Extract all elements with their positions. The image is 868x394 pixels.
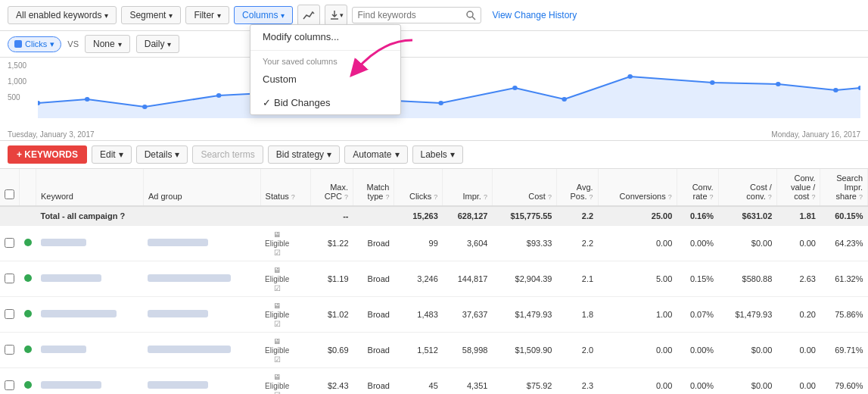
status-cell: 🖥 Eligible ☑ xyxy=(265,230,289,257)
metric-pill-clicks[interactable]: Clicks ▾ xyxy=(8,36,61,52)
bid-strategy-btn[interactable]: Bid strategy ▾ xyxy=(268,145,340,164)
download-btn[interactable]: ▾ xyxy=(325,5,347,26)
th-conv-rate: Conv.rate ? xyxy=(677,169,718,206)
th-match-type: Matchtype ? xyxy=(353,169,394,206)
top-toolbar: All enabled keywords ▾ Segment ▾ Filter … xyxy=(0,0,868,31)
modify-columns-item[interactable]: Modify columns... xyxy=(250,25,400,48)
custom-item[interactable]: Custom xyxy=(250,67,400,91)
adgroup-blurred xyxy=(148,239,208,246)
cost: $1,509.90 xyxy=(492,333,556,368)
segment-filter[interactable]: Segment ▾ xyxy=(121,6,181,24)
cost: $2,904.39 xyxy=(492,261,556,297)
status-dot xyxy=(24,346,32,353)
th-select-all[interactable] xyxy=(0,169,20,206)
period-btn[interactable]: Daily ▾ xyxy=(136,35,180,53)
conv-rate: 0.00% xyxy=(677,368,718,395)
columns-btn[interactable]: Columns ▾ xyxy=(234,6,293,24)
dropdown-separator-1 xyxy=(250,50,400,51)
check-icon: ☑ xyxy=(274,320,281,328)
status-dot xyxy=(24,310,32,317)
avg-pos: 2.1 xyxy=(556,261,598,297)
svg-point-10 xyxy=(512,86,518,90)
search-share: 69.71% xyxy=(820,333,868,368)
total-label: Total - all campaign ? xyxy=(36,206,261,226)
search-share: 75.86% xyxy=(820,297,868,333)
svg-point-6 xyxy=(216,93,222,98)
max-cpc: $1.22 xyxy=(310,226,353,261)
monitor-icon: 🖥 xyxy=(273,337,281,346)
table-row: 🖥 Eligible ☑ $1.19 Broad 3,246 144,817 $… xyxy=(0,261,868,297)
details-btn[interactable]: Details ▾ xyxy=(136,145,188,164)
status-dot xyxy=(24,274,32,282)
filter-btn[interactable]: Filter ▾ xyxy=(185,6,229,24)
cost: $1,479.93 xyxy=(492,297,556,333)
all-keywords-filter[interactable]: All enabled keywords ▾ xyxy=(8,6,117,24)
th-conversions: Conversions ? xyxy=(598,169,677,206)
total-conversions: 25.00 xyxy=(598,206,677,226)
total-conv-value: 1.81 xyxy=(776,206,820,226)
eligible-label: Eligible xyxy=(265,346,289,355)
metric-color-swatch xyxy=(14,40,22,48)
avg-pos: 2.2 xyxy=(556,226,598,261)
keyword-blurred xyxy=(41,239,86,246)
cost-conv: $580.88 xyxy=(718,261,776,297)
impr: 37,637 xyxy=(443,297,493,333)
impr: 58,998 xyxy=(443,333,493,368)
status-cell: 🖥 Eligible ☑ xyxy=(265,373,289,394)
eligible-label: Eligible xyxy=(265,382,289,390)
bid-changes-item[interactable]: Bid Changes xyxy=(250,91,400,114)
total-max-cpc: -- xyxy=(310,206,353,226)
cost: $93.33 xyxy=(492,226,556,261)
max-cpc: $1.19 xyxy=(310,261,353,297)
line-chart-svg xyxy=(38,61,860,118)
search-share: 61.32% xyxy=(820,261,868,297)
avg-pos: 1.8 xyxy=(556,297,598,333)
keywords-button[interactable]: + KEYWORDS xyxy=(8,145,87,164)
compare-metric-btn[interactable]: None ▾ xyxy=(85,35,130,53)
labels-btn[interactable]: Labels ▾ xyxy=(412,145,463,164)
status-cell: 🖥 Eligible ☑ xyxy=(265,302,289,328)
svg-point-13 xyxy=(710,80,715,85)
search-share: 79.60% xyxy=(820,368,868,395)
check-icon: ☑ xyxy=(274,284,281,292)
keyword-blurred xyxy=(41,346,86,353)
monitor-icon: 🖥 xyxy=(273,266,281,274)
avg-pos: 2.0 xyxy=(556,333,598,368)
match-type: Broad xyxy=(353,297,394,333)
match-type: Broad xyxy=(353,333,394,368)
match-type: Broad xyxy=(353,226,394,261)
max-cpc: $2.43 xyxy=(310,368,353,395)
conv-value: 0.20 xyxy=(776,297,820,333)
chart-area: 1,500 1,000 500 Tuesday, Janu xyxy=(0,58,868,141)
chart-icon-btn[interactable] xyxy=(297,5,320,26)
eligible-label: Eligible xyxy=(265,311,289,319)
y-axis-labels: 1,500 1,000 500 xyxy=(8,61,26,102)
svg-point-12 xyxy=(627,74,633,79)
chart-x-labels: Tuesday, January 3, 2017 Monday, January… xyxy=(0,130,868,139)
avg-pos: 2.3 xyxy=(556,368,598,395)
check-icon: ☑ xyxy=(274,355,281,364)
search-input[interactable] xyxy=(357,10,463,20)
th-dot xyxy=(20,169,36,206)
svg-point-11 xyxy=(562,97,567,102)
columns-dropdown: Modify columns... Your saved columns Cus… xyxy=(250,24,401,115)
svg-point-14 xyxy=(776,82,781,86)
table-row: 🖥 Eligible ☑ $0.69 Broad 1,512 58,998 $1… xyxy=(0,333,868,368)
impr: 4,351 xyxy=(443,368,493,395)
automate-btn[interactable]: Automate ▾ xyxy=(344,145,407,164)
action-toolbar: + KEYWORDS Edit ▾ Details ▾ Search terms… xyxy=(0,141,868,169)
conv-value: 0.00 xyxy=(776,368,820,395)
monitor-icon: 🖥 xyxy=(273,230,281,239)
clicks: 45 xyxy=(394,368,443,395)
conv-rate: 0.07% xyxy=(677,297,718,333)
clicks: 1,483 xyxy=(394,297,443,333)
view-history-link[interactable]: View Change History xyxy=(492,10,577,20)
status-dot xyxy=(24,381,32,389)
edit-btn[interactable]: Edit ▾ xyxy=(92,145,132,164)
svg-point-9 xyxy=(438,101,443,105)
dropdown-arrow: ▾ xyxy=(104,11,108,20)
th-cost: Cost ? xyxy=(492,169,556,206)
conv-value: 0.00 xyxy=(776,333,820,368)
search-terms-btn[interactable]: Search terms xyxy=(192,145,263,164)
conv-rate: 0.15% xyxy=(677,261,718,297)
